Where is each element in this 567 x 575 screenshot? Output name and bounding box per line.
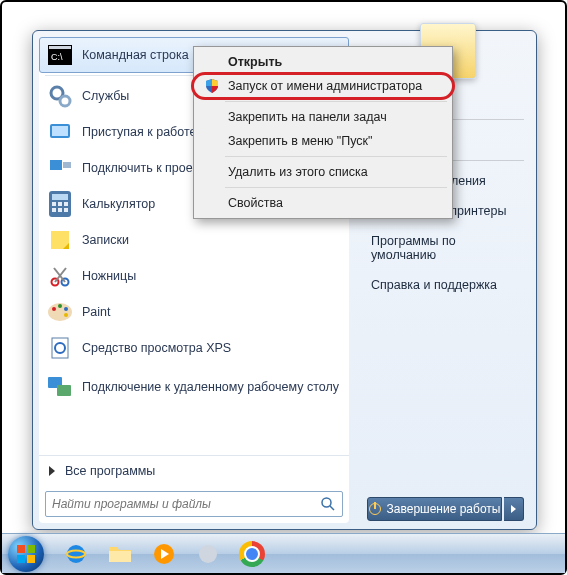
svg-rect-11 (52, 202, 56, 206)
shield-icon (204, 78, 220, 94)
projector-icon (46, 154, 74, 182)
search-icon (320, 496, 336, 512)
taskbar (2, 533, 565, 573)
taskbar-app[interactable] (188, 538, 228, 570)
svg-point-24 (58, 304, 62, 308)
xps-viewer-icon (46, 334, 74, 362)
svg-rect-39 (109, 551, 131, 562)
start-button[interactable] (8, 536, 44, 572)
program-label: Записки (82, 233, 129, 247)
windows-logo-icon (16, 544, 36, 564)
program-label: Paint (82, 305, 111, 319)
taskbar-chrome[interactable] (232, 538, 272, 570)
shutdown-label: Завершение работы (387, 502, 501, 516)
ctx-separator (225, 187, 447, 188)
taskbar-ie[interactable] (56, 538, 96, 570)
taskbar-explorer[interactable] (100, 538, 140, 570)
svg-rect-36 (27, 555, 35, 563)
svg-rect-35 (17, 555, 25, 563)
generic-app-icon (197, 543, 219, 565)
svg-text:C:\: C:\ (51, 52, 63, 62)
chrome-icon (239, 541, 265, 567)
ctx-run-as-admin[interactable]: Запуск от имени администратора (197, 74, 449, 98)
shutdown-button[interactable]: Завершение работы (367, 497, 502, 521)
shutdown-row: Завершение работы (367, 497, 524, 521)
ctx-separator (225, 101, 447, 102)
ctx-open-label: Открыть (228, 55, 282, 69)
sticky-notes-icon (46, 226, 74, 254)
ctx-remove-list-label: Удалить из этого списка (228, 165, 368, 179)
program-item-rdp[interactable]: Подключение к удаленному рабочему столу (39, 366, 349, 408)
all-programs[interactable]: Все программы (39, 455, 349, 485)
ctx-properties-label: Свойства (228, 196, 283, 210)
shutdown-options-button[interactable] (504, 497, 524, 521)
all-programs-label: Все программы (65, 464, 155, 478)
svg-rect-1 (49, 46, 71, 49)
search-container (39, 485, 349, 523)
program-label: Калькулятор (82, 197, 155, 211)
svg-rect-8 (63, 162, 71, 168)
wmp-icon (152, 542, 176, 566)
svg-rect-7 (50, 160, 62, 170)
svg-rect-16 (64, 208, 68, 212)
program-label: Службы (82, 89, 129, 103)
snipping-tool-icon (46, 262, 74, 290)
program-label: Подключение к удаленному рабочему столу (82, 380, 339, 395)
svg-rect-15 (58, 208, 62, 212)
svg-rect-34 (27, 545, 35, 553)
svg-rect-14 (52, 208, 56, 212)
program-item-xps[interactable]: Средство просмотра XPS (39, 330, 349, 366)
svg-point-41 (199, 545, 217, 563)
ctx-pin-start[interactable]: Закрепить в меню "Пуск" (197, 129, 449, 153)
program-item-paint[interactable]: Paint (39, 294, 349, 330)
svg-rect-33 (17, 545, 25, 553)
chevron-right-icon (511, 505, 516, 513)
ctx-pin-taskbar[interactable]: Закрепить на панели задач (197, 105, 449, 129)
svg-rect-30 (57, 385, 71, 396)
folder-icon (107, 543, 133, 565)
ctx-separator (225, 156, 447, 157)
ie-icon (64, 542, 88, 566)
right-item-default-programs[interactable]: Программы по умолчанию (367, 227, 524, 269)
rdp-icon (46, 373, 74, 401)
program-item-sticky-notes[interactable]: Записки (39, 222, 349, 258)
context-menu: Открыть Запуск от имени администратора З… (193, 46, 453, 219)
ctx-properties[interactable]: Свойства (197, 191, 449, 215)
svg-rect-12 (58, 202, 62, 206)
services-icon (46, 82, 74, 110)
program-label: Командная строка (82, 48, 189, 62)
svg-line-32 (330, 506, 334, 510)
program-label: Приступая к работе (82, 125, 196, 139)
power-icon (369, 503, 381, 515)
program-label: Средство просмотра XPS (82, 341, 231, 355)
ctx-pin-taskbar-label: Закрепить на панели задач (228, 110, 387, 124)
svg-point-37 (67, 545, 85, 563)
svg-point-25 (64, 307, 68, 311)
program-item-snipping[interactable]: Ножницы (39, 258, 349, 294)
getting-started-icon (46, 118, 74, 146)
svg-rect-10 (52, 194, 68, 200)
taskbar-wmp[interactable] (144, 538, 184, 570)
svg-point-23 (52, 307, 56, 311)
calculator-icon (46, 190, 74, 218)
ctx-run-as-admin-label: Запуск от имени администратора (228, 79, 422, 93)
paint-icon (46, 298, 74, 326)
cmd-icon: C:\ (46, 41, 74, 69)
svg-rect-6 (52, 126, 68, 136)
ctx-open[interactable]: Открыть (197, 50, 449, 74)
ctx-pin-start-label: Закрепить в меню "Пуск" (228, 134, 372, 148)
svg-rect-13 (64, 202, 68, 206)
right-item-help[interactable]: Справка и поддержка (367, 271, 524, 299)
ctx-remove-list[interactable]: Удалить из этого списка (197, 160, 449, 184)
svg-point-26 (64, 313, 68, 317)
search-box[interactable] (45, 491, 343, 517)
arrow-right-icon (49, 466, 55, 476)
svg-point-4 (60, 96, 70, 106)
program-label: Ножницы (82, 269, 136, 283)
search-input[interactable] (52, 497, 314, 511)
svg-point-31 (322, 498, 331, 507)
